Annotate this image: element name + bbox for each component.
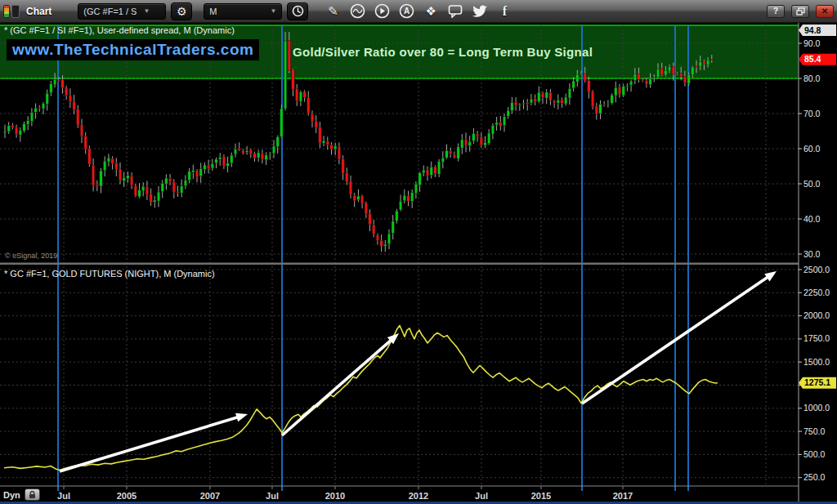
letter-a-icon: A [399,3,414,19]
interval-dropdown[interactable]: M ▼ [204,3,282,20]
buy-signal-zone [0,25,799,78]
svg-text:Jul: Jul [57,491,70,501]
svg-text:2012: 2012 [409,491,428,501]
facebook-f-icon: f [503,4,507,19]
svg-text:2015: 2015 [531,491,551,501]
lock-icon [29,491,36,499]
svg-text:2000.0: 2000.0 [803,310,830,320]
symbol-dropdown-value: (GC #F=1 / S [83,7,137,16]
symbol-dropdown[interactable]: (GC #F=1 / S ▼ [78,3,166,20]
svg-text:1000.0: 1000.0 [803,403,830,413]
ratio-last-price-tag: 85.4 [799,54,836,65]
help-label: ? [773,7,778,16]
svg-text:50.0: 50.0 [803,179,821,189]
svg-text:70.0: 70.0 [803,109,821,118]
scale-lock-button[interactable] [25,488,40,501]
gear-icon: ⚙ [177,5,187,18]
svg-text:30.0: 30.0 [803,249,821,259]
svg-text:2010: 2010 [325,491,345,501]
restore-icon [796,7,805,16]
svg-text:2017: 2017 [613,491,633,501]
svg-text:2500.0: 2500.0 [803,265,830,274]
twitter-share-button[interactable] [470,2,490,21]
high-price-tag: 94.8 [799,25,836,36]
svg-text:90.0: 90.0 [803,38,821,48]
titlebar: Chart (GC #F=1 / S ▼ ⚙ M ▼ ✎ [0,0,837,23]
close-button[interactable]: ✕ [816,5,834,18]
help-button[interactable]: ? [767,5,785,18]
clock-icon [292,5,304,17]
svg-text:Jul: Jul [475,491,488,501]
dynamic-status-bar: Dyn [3,488,40,501]
svg-text:2250.0: 2250.0 [803,288,830,297]
annotation-button[interactable]: A [396,2,416,21]
time-template-button[interactable] [287,2,308,20]
wave-icon [350,3,365,19]
interval-dropdown-value: M [209,7,263,16]
draw-pencil-button[interactable]: ✎ [323,2,342,21]
svg-text:40.0: 40.0 [803,214,821,224]
app-logo-icon [3,4,21,19]
restore-window-button[interactable] [791,5,809,18]
speech-bubble-icon [448,4,463,18]
price-axis[interactable]: 90.080.070.060.050.040.030.02500.02250.0… [799,23,837,504]
replay-button[interactable] [372,2,392,21]
twitter-bird-icon [472,5,488,18]
chart-canvas[interactable]: 90.080.070.060.050.040.030.02500.02250.0… [0,23,837,504]
svg-text:Jul: Jul [266,491,279,501]
svg-text:2005: 2005 [117,491,137,501]
svg-text:60.0: 60.0 [803,144,821,154]
window-title: Chart [26,6,51,17]
svg-text:80.0: 80.0 [803,74,821,83]
trend-tools-button[interactable] [347,2,367,21]
chevron-down-icon: ▼ [143,7,150,15]
play-icon [374,3,390,19]
panel-separator[interactable] [0,263,837,265]
chart-window: Chart (GC #F=1 / S ▼ ⚙ M ▼ ✎ [0,0,837,504]
dyn-label: Dyn [3,490,20,500]
diamond-cluster-icon: ❖ [426,4,436,19]
link-tools-button[interactable]: ❖ [421,2,441,21]
svg-text:2007: 2007 [200,491,220,501]
svg-text:A: A [404,7,410,16]
svg-text:1500.0: 1500.0 [803,357,830,367]
svg-text:500.0: 500.0 [803,449,825,459]
svg-text:250.0: 250.0 [803,472,825,482]
pencil-icon: ✎ [328,4,338,19]
chat-button[interactable] [445,2,465,21]
svg-text:1275.1: 1275.1 [804,377,830,387]
svg-text:750.0: 750.0 [803,426,825,436]
facebook-share-button[interactable]: f [495,2,514,21]
svg-text:1750.0: 1750.0 [803,333,830,343]
chevron-down-icon: ▼ [270,7,276,15]
chart-area: 90.080.070.060.050.040.030.02500.02250.0… [0,23,837,504]
svg-text:85.4: 85.4 [804,54,821,64]
gold-last-price-tag: 1275.1 [799,377,836,389]
symbol-settings-button[interactable]: ⚙ [171,2,192,20]
close-icon: ✕ [821,7,828,16]
svg-text:94.8: 94.8 [804,25,821,35]
